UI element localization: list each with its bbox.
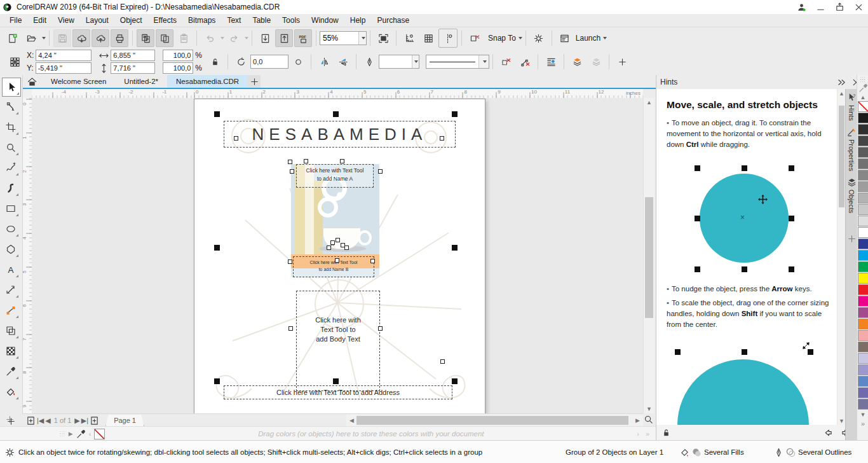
selection-handle[interactable] bbox=[452, 245, 458, 251]
palette-swatch[interactable] bbox=[858, 135, 868, 146]
open-dropdown-caret[interactable] bbox=[42, 37, 46, 39]
eyedropper-tool[interactable] bbox=[2, 363, 20, 380]
palette-eyedropper-icon[interactable] bbox=[858, 83, 868, 93]
palette-swatch[interactable] bbox=[858, 284, 868, 295]
palette-swatch[interactable] bbox=[858, 319, 868, 329]
polygon-tool[interactable] bbox=[2, 240, 20, 258]
palette-grip[interactable]: :::::: bbox=[860, 77, 866, 82]
text-wrap-button[interactable] bbox=[542, 53, 560, 71]
menu-text[interactable]: Text bbox=[221, 15, 247, 26]
artistic-media-tool[interactable] bbox=[2, 179, 20, 197]
selection-handle[interactable] bbox=[452, 378, 458, 384]
docker-tab-properties[interactable]: Properties bbox=[848, 139, 855, 171]
no-color-swatch[interactable] bbox=[858, 101, 868, 112]
next-page-button[interactable]: ▶ bbox=[74, 417, 79, 425]
outline-status-icon[interactable] bbox=[774, 448, 783, 457]
text-tool[interactable]: A bbox=[2, 261, 20, 279]
customize-property-bar-button[interactable] bbox=[613, 53, 631, 71]
snap-to-label[interactable]: Snap To bbox=[488, 34, 516, 43]
last-page-button[interactable]: ▶| bbox=[81, 417, 88, 425]
drawing-canvas[interactable]: NESABAMEDIA Click here with Text Tool to… bbox=[32, 98, 643, 413]
export-button[interactable] bbox=[275, 29, 293, 47]
freehand-tool[interactable] bbox=[2, 159, 20, 177]
menu-help[interactable]: Help bbox=[344, 15, 372, 26]
hints-collapse-icon[interactable] bbox=[837, 78, 846, 87]
line-style-combo[interactable] bbox=[426, 55, 489, 69]
x-position-input[interactable]: 4,24 " bbox=[36, 50, 92, 61]
hints-back-icon[interactable] bbox=[823, 428, 832, 438]
status-gear-icon[interactable] bbox=[5, 448, 15, 457]
no-color-swatch[interactable] bbox=[94, 429, 105, 439]
palette-swatch[interactable] bbox=[858, 261, 868, 272]
scale-h-input[interactable]: 100,0 bbox=[163, 50, 193, 61]
palette-swatch[interactable] bbox=[858, 387, 868, 398]
zoom-level-caret[interactable] bbox=[358, 32, 366, 45]
palette-swatch[interactable] bbox=[858, 147, 868, 158]
cloud-download-button[interactable] bbox=[72, 29, 90, 47]
hints-scroll-thumb[interactable] bbox=[839, 106, 844, 207]
palette-scroll-down[interactable]: ▼ bbox=[858, 411, 868, 418]
y-position-input[interactable]: -5,419 " bbox=[36, 62, 92, 74]
document-palette-eyedropper-icon[interactable] bbox=[76, 429, 86, 439]
hints-scrollbar[interactable]: ▲ ▼ bbox=[837, 89, 846, 425]
object-height-input[interactable]: 7,716 " bbox=[111, 62, 155, 74]
palette-swatch[interactable] bbox=[858, 296, 868, 307]
menu-window[interactable]: Window bbox=[306, 15, 344, 26]
save-button[interactable] bbox=[53, 29, 71, 47]
fill-status-icon[interactable] bbox=[680, 448, 689, 457]
show-grid-button[interactable] bbox=[419, 29, 437, 47]
objects-docker-icon[interactable] bbox=[847, 177, 857, 187]
object-width-input[interactable]: 6,855 " bbox=[111, 50, 155, 61]
selection-handle[interactable] bbox=[452, 111, 458, 117]
scroll-right-arrow[interactable]: ▶ bbox=[634, 414, 642, 427]
menu-object[interactable]: Object bbox=[114, 15, 148, 26]
selection-handle[interactable] bbox=[214, 378, 220, 384]
palette-scroll-right[interactable]: › bbox=[637, 430, 639, 438]
pan-zoom-button[interactable] bbox=[644, 415, 653, 424]
object-position-grid-icon[interactable] bbox=[6, 53, 24, 71]
scroll-left-arrow[interactable]: ◀ bbox=[348, 414, 356, 427]
shape-tool[interactable] bbox=[2, 98, 20, 116]
remove-outline-button[interactable] bbox=[516, 53, 534, 71]
show-rulers-button[interactable] bbox=[400, 29, 418, 47]
menu-tools[interactable]: Tools bbox=[276, 15, 306, 26]
palette-expand-arrow[interactable]: ▶ bbox=[69, 431, 73, 437]
first-page-button[interactable]: |◀ bbox=[37, 417, 44, 425]
ruler-origin-box[interactable] bbox=[22, 89, 32, 99]
user-account-icon[interactable] bbox=[792, 0, 811, 14]
snap-disable-button[interactable] bbox=[466, 29, 484, 47]
palette-expand-button[interactable]: » bbox=[861, 420, 865, 427]
horizontal-ruler[interactable]: inches -4-3-2-10123456789101112 bbox=[32, 89, 643, 99]
rotation-center-icon[interactable] bbox=[289, 53, 307, 71]
zoom-level-input[interactable] bbox=[320, 32, 358, 45]
outline-width-combo[interactable] bbox=[379, 55, 419, 69]
dimension-tool[interactable] bbox=[2, 281, 20, 299]
palette-scroll-up[interactable]: ▲ bbox=[858, 94, 868, 100]
rectangle-tool[interactable] bbox=[2, 200, 20, 218]
hints-lock-icon[interactable] bbox=[661, 428, 671, 438]
address-text-frame[interactable]: Click here with Text Tool to add Address bbox=[224, 385, 452, 399]
add-page-after-button[interactable] bbox=[90, 416, 99, 425]
print-button[interactable] bbox=[111, 29, 128, 47]
palette-swatch[interactable] bbox=[858, 353, 868, 364]
publish-to-pdf-button[interactable]: PDF bbox=[294, 29, 312, 47]
palette-swatch[interactable] bbox=[858, 342, 868, 352]
palette-more-button[interactable]: » bbox=[646, 430, 649, 438]
palette-swatch[interactable] bbox=[858, 158, 868, 169]
line-style-caret[interactable] bbox=[478, 55, 489, 68]
show-guidelines-button[interactable] bbox=[438, 29, 458, 48]
launch-icon[interactable] bbox=[556, 29, 574, 47]
outline-width-input[interactable] bbox=[379, 55, 412, 68]
pattern-fill-tool[interactable] bbox=[2, 342, 20, 360]
cloud-upload-button[interactable] bbox=[92, 29, 109, 47]
hints-docker-icon[interactable]: ? bbox=[847, 93, 857, 102]
tab-nesabamedia[interactable]: Nesabamedia.CDR bbox=[167, 75, 248, 88]
name-b-text-frame[interactable]: Click here with Text Tool to add Name B bbox=[293, 256, 374, 277]
palette-swatch[interactable] bbox=[858, 238, 868, 249]
palette-drag-grip[interactable]: :::::: bbox=[60, 431, 65, 436]
palette-swatch[interactable] bbox=[858, 204, 868, 215]
mirror-horizontal-button[interactable] bbox=[315, 53, 333, 71]
selection-handle[interactable] bbox=[214, 111, 220, 117]
pick-tool[interactable] bbox=[2, 78, 21, 97]
docker-tab-objects[interactable]: Objects bbox=[848, 190, 855, 213]
